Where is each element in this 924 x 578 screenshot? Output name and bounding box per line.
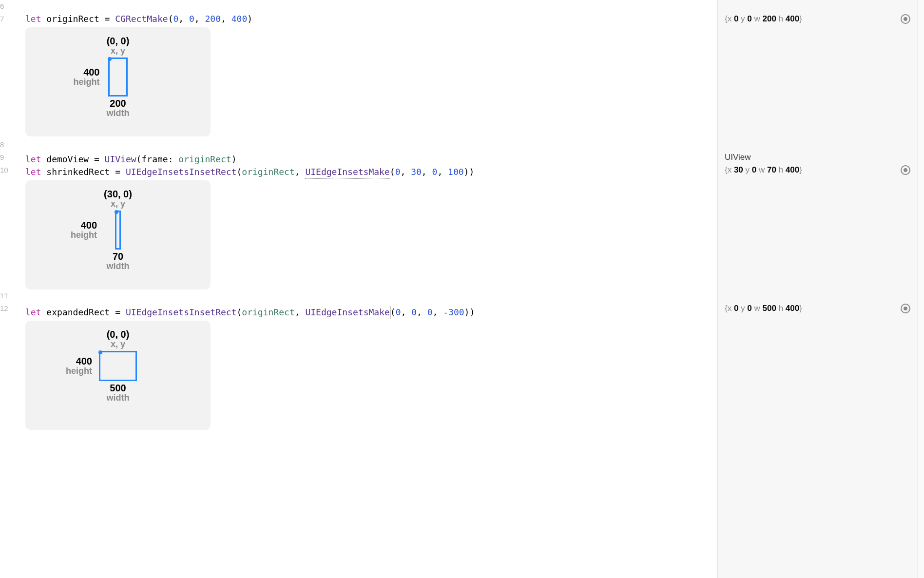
func-insetrect: UIEdgeInsetsInsetRect: [126, 166, 237, 178]
line-number: 12: [0, 302, 8, 315]
rect-preview: (0, 0) x, y 400 height 200 width: [25, 27, 211, 136]
result-row[interactable]: {x 0 y 0 w 200 h 400}: [724, 13, 911, 25]
origin-value: (0, 0): [107, 329, 130, 340]
identifier: shrinkedRect: [46, 166, 110, 178]
line-number-gutter: 6 7 8 9 10 11 12: [0, 0, 19, 578]
line-number: 10: [0, 164, 8, 176]
height-value: 400: [74, 67, 100, 77]
width-label: width: [107, 109, 130, 118]
identifier: expandedRect: [46, 306, 110, 319]
width-value: 200: [107, 98, 130, 109]
origin-dot-icon: [98, 350, 102, 354]
origin-label: x, y: [104, 199, 132, 209]
origin-value: (30, 0): [104, 189, 132, 199]
keyword-let: let: [25, 153, 41, 166]
results-sidebar: {x 0 y 0 w 200 h 400} UIView {x 30 y 0 w…: [717, 0, 917, 578]
code-editor[interactable]: let originRect = CGRectMake(0, 0, 200, 4…: [19, 0, 717, 578]
vertical-scrollbar[interactable]: [917, 0, 924, 578]
height-label: height: [66, 366, 92, 376]
width-value: 70: [107, 251, 130, 262]
code-line[interactable]: [25, 140, 712, 153]
rect-box: [99, 351, 137, 381]
line-number: 6: [0, 0, 4, 13]
keyword-let: let: [25, 306, 41, 319]
result-value: UIView: [725, 151, 751, 164]
origin-value: (0, 0): [107, 36, 130, 46]
height-value: 400: [71, 220, 97, 231]
origin-label: x, y: [107, 340, 130, 349]
height-value: 400: [66, 356, 92, 366]
line-number: 8: [0, 138, 4, 151]
keyword-let: let: [25, 13, 41, 25]
identifier: demoView: [46, 153, 89, 166]
code-line[interactable]: let shrinkedRect = UIEdgeInsetsInsetRect…: [25, 166, 712, 178]
width-label: width: [107, 393, 130, 403]
func-edgeinsetsmake: UIEdgeInsetsMake: [305, 166, 389, 179]
rect-box: [108, 58, 128, 96]
func-insetrect: UIEdgeInsetsInsetRect: [126, 306, 237, 319]
keyword-let: let: [25, 166, 41, 178]
code-line[interactable]: [25, 0, 712, 13]
func-edgeinsetsmake: UI: [305, 306, 316, 319]
rect-preview: (30, 0) x, y 400 height 70 width: [25, 180, 211, 289]
quick-look-icon[interactable]: [901, 165, 910, 175]
text-cursor: EdgeInsetsMake: [316, 306, 390, 319]
height-label: height: [71, 231, 97, 240]
result-row[interactable]: {x 30 y 0 w 70 h 400}: [724, 164, 911, 176]
quick-look-icon[interactable]: [901, 304, 910, 313]
result-row[interactable]: {x 0 y 0 w 500 h 400}: [724, 302, 911, 315]
height-label: height: [74, 77, 100, 87]
result-value: {x 0 y 0 w 500 h 400}: [725, 302, 802, 315]
width-label: width: [107, 262, 130, 271]
origin-dot-icon: [108, 57, 112, 61]
func-cgrectmake: CGRectMake: [115, 13, 168, 25]
line-number: 11: [0, 289, 8, 302]
line-number: 7: [0, 13, 4, 25]
rect-preview: (0, 0) x, y 400 height 500 width: [25, 321, 211, 430]
line-number: 9: [0, 151, 4, 164]
quick-look-icon[interactable]: [901, 14, 910, 24]
result-value: {x 30 y 0 w 70 h 400}: [725, 164, 802, 176]
code-line[interactable]: [25, 293, 712, 306]
code-line[interactable]: let expandedRect = UIEdgeInsetsInsetRect…: [25, 306, 712, 319]
result-value: {x 0 y 0 w 200 h 400}: [725, 13, 802, 25]
code-line[interactable]: let demoView = UIView(frame: originRect): [25, 153, 712, 166]
rect-box: [115, 211, 121, 250]
origin-label: x, y: [107, 46, 130, 56]
result-row[interactable]: UIView: [724, 151, 911, 164]
code-line[interactable]: let originRect = CGRectMake(0, 0, 200, 4…: [25, 13, 712, 25]
func-uiview: UIView: [105, 153, 136, 166]
identifier: originRect: [46, 13, 99, 25]
origin-dot-icon: [115, 210, 118, 214]
width-value: 500: [107, 383, 130, 393]
